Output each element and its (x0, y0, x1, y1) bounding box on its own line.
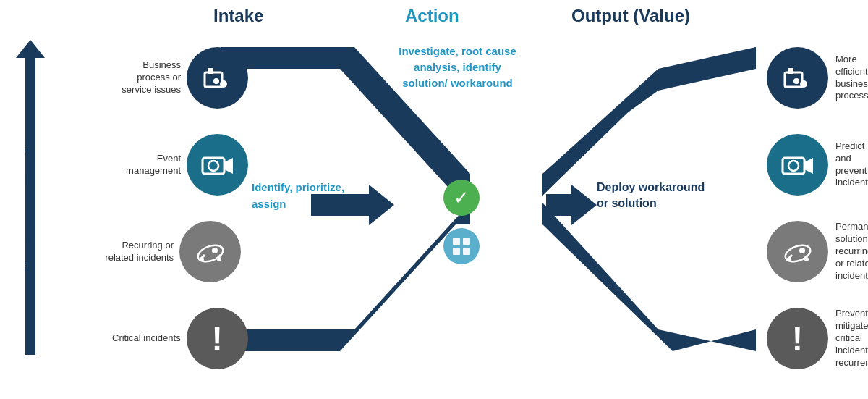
header-output: Output (Value) (571, 6, 690, 26)
output-efficient-label: More efficient business processes (835, 54, 868, 103)
svg-point-12 (217, 257, 221, 261)
incidents-icon (195, 239, 226, 265)
output-predict: Predict and prevent incidents (767, 134, 868, 196)
svg-point-8 (212, 248, 218, 253)
svg-point-18 (793, 78, 799, 84)
intake-business-circle (187, 47, 248, 109)
svg-point-29 (804, 257, 809, 261)
left-axis-label: Problem Management Maturity (7, 58, 51, 369)
svg-rect-19 (788, 68, 793, 74)
intake-critical: Critical incidents ! (112, 308, 248, 369)
exclamation-icon: ! (211, 322, 222, 356)
action-identify-text-container: Identify, prioritize, assign (252, 180, 346, 212)
blue-grid-icon (443, 228, 480, 264)
intake-critical-label: Critical incidents (112, 332, 181, 345)
intake-recurring: Recurring or related incidents (98, 221, 241, 282)
svg-point-1 (213, 78, 219, 84)
diag-top-right (542, 47, 756, 196)
service-icon (202, 62, 234, 94)
output-incidents-icon (782, 239, 814, 265)
svg-point-7 (195, 242, 225, 264)
action-deploy-text-container: Deploy workaround or solution (597, 180, 712, 212)
svg-point-3 (220, 80, 227, 88)
svg-point-25 (799, 248, 805, 253)
output-prevent-label: Prevent or mitigate critical incident re… (835, 308, 868, 369)
svg-point-22 (788, 161, 799, 171)
output-camera-icon (781, 152, 814, 178)
output-efficient-circle (767, 47, 828, 109)
svg-point-11 (200, 257, 204, 261)
header-action: Action (405, 6, 459, 26)
intake-recurring-circle (179, 221, 241, 282)
action-deploy-text: Deploy workaround or solution (597, 181, 705, 209)
output-efficient: More efficient business processes (767, 47, 868, 109)
output-critical-circle: ! (767, 308, 828, 369)
intake-recurring-label: Recurring or related incidents (98, 240, 174, 264)
svg-marker-23 (804, 158, 813, 174)
svg-rect-15 (453, 248, 460, 255)
svg-point-20 (800, 80, 807, 88)
green-check-icon: ✓ (443, 180, 480, 216)
intake-business-label: Business process or service issues (112, 59, 181, 96)
svg-point-24 (783, 242, 812, 264)
action-top-text-container: Investigate, root cause analysis, identi… (394, 43, 521, 91)
output-permanent: Permanent solution for recurring or rela… (767, 221, 868, 282)
intake-business-process: Business process or service issues (112, 47, 248, 109)
action-identify-text: Identify, prioritize, assign (252, 181, 344, 210)
diag-bottom-left (221, 203, 470, 351)
svg-rect-13 (453, 238, 460, 245)
right-middle-arrow (546, 185, 597, 225)
diag-bottom-right (542, 203, 756, 351)
svg-rect-0 (205, 72, 222, 87)
diag-top-right-fix (542, 47, 756, 196)
svg-point-5 (208, 161, 218, 171)
diagram-container: Problem Management Maturity Intake Actio… (0, 0, 868, 399)
svg-rect-16 (463, 248, 470, 255)
svg-rect-2 (208, 68, 213, 74)
output-permanent-label: Permanent solution for recurring or rela… (835, 221, 868, 282)
camera-icon (201, 152, 234, 178)
intake-event-management: Event management (112, 134, 248, 196)
svg-rect-14 (463, 238, 470, 245)
intake-event-label: Event management (112, 153, 181, 177)
svg-marker-6 (224, 158, 233, 174)
action-top-text: Investigate, root cause analysis, identi… (399, 45, 516, 89)
output-exclamation-icon: ! (792, 322, 803, 356)
svg-point-28 (787, 257, 791, 261)
svg-rect-17 (785, 72, 802, 87)
intake-event-circle (187, 134, 248, 196)
intake-critical-circle: ! (187, 308, 248, 369)
output-predict-circle (767, 134, 828, 196)
grid-svg (451, 236, 472, 256)
output-prevent-critical: ! Prevent or mitigate critical incident … (767, 308, 868, 369)
output-service-icon (782, 62, 814, 94)
header-intake: Intake (213, 6, 263, 26)
output-predict-label: Predict and prevent incidents (835, 140, 868, 190)
output-permanent-circle (767, 221, 828, 282)
